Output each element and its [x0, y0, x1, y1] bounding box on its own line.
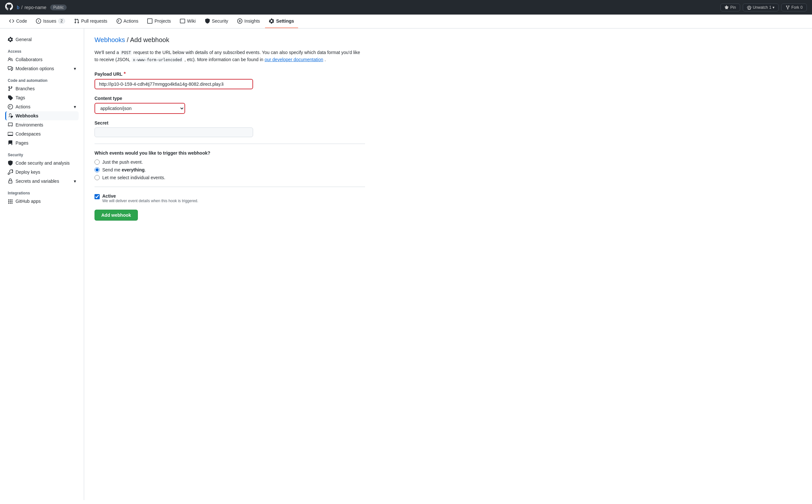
- webhook-icon: [8, 113, 13, 118]
- radio-select-label: Let me select individual events.: [102, 175, 165, 180]
- security-section-label: Security: [5, 148, 79, 159]
- shield-icon: [8, 160, 13, 166]
- tab-actions[interactable]: Actions: [113, 15, 142, 28]
- nav-tabs: Code Issues 2 Pull requests Actions Proj…: [0, 15, 812, 28]
- active-label: Active: [102, 193, 198, 199]
- chevron-down-icon: ▾: [74, 66, 76, 71]
- current-page-breadcrumb: Add webhook: [130, 36, 169, 43]
- tag-icon: [8, 95, 13, 100]
- actions-icon: [8, 104, 13, 109]
- active-checkbox-group: Active We will deliver event details whe…: [94, 193, 365, 203]
- webhooks-label: Webhooks: [16, 113, 38, 118]
- active-description: We will deliver event details when this …: [102, 199, 198, 203]
- add-webhook-button[interactable]: Add webhook: [94, 210, 138, 221]
- chevron-down-icon: ▾: [74, 179, 76, 184]
- sidebar: General Access Collaborators Moderation …: [0, 28, 84, 500]
- sidebar-item-actions[interactable]: Actions ▾: [5, 102, 79, 111]
- sidebar-item-branches[interactable]: Branches: [5, 84, 79, 93]
- access-section-label: Access: [5, 44, 79, 55]
- sidebar-item-deploy-keys[interactable]: Deploy keys: [5, 168, 79, 177]
- collaborators-label: Collaborators: [16, 57, 42, 62]
- webhooks-breadcrumb-link[interactable]: Webhooks: [94, 36, 125, 43]
- events-title: Which events would you like to trigger t…: [94, 150, 365, 156]
- sidebar-item-pages[interactable]: Pages: [5, 138, 79, 148]
- sidebar-item-codespaces[interactable]: Codespaces: [5, 129, 79, 138]
- person-icon: [8, 57, 13, 62]
- tab-insights[interactable]: Insights: [233, 15, 264, 28]
- actions-label: Actions: [16, 104, 30, 109]
- payload-url-label: Payload URL *: [94, 71, 365, 77]
- public-badge: Public: [50, 5, 67, 10]
- sidebar-general-label: General: [16, 37, 32, 42]
- sidebar-item-moderation[interactable]: Moderation options ▾: [5, 64, 79, 73]
- sidebar-item-tags[interactable]: Tags: [5, 93, 79, 102]
- radio-everything-label: Send me everything.: [102, 167, 146, 172]
- sidebar-item-environments[interactable]: Environments: [5, 120, 79, 129]
- fork-button[interactable]: Fork 0: [781, 4, 807, 11]
- payload-url-group: Payload URL *: [94, 71, 365, 89]
- sidebar-item-webhooks[interactable]: Webhooks: [5, 111, 79, 120]
- content-type-label: Content type: [94, 96, 365, 101]
- developer-docs-link[interactable]: our developer documentation: [264, 57, 323, 62]
- events-radio-group: Just the push event. Send me everything.…: [94, 159, 365, 180]
- tab-security[interactable]: Security: [201, 15, 232, 28]
- tab-issues[interactable]: Issues 2: [32, 15, 69, 28]
- active-checkbox-item: Active We will deliver event details whe…: [94, 193, 365, 203]
- pages-label: Pages: [16, 140, 28, 146]
- main-content: Webhooks / Add webhook We'll send a POST…: [84, 28, 375, 500]
- environments-icon: [8, 122, 13, 127]
- tab-wiki[interactable]: Wiki: [176, 15, 199, 28]
- code-security-label: Code security and analysis: [16, 160, 70, 166]
- secret-group: Secret: [94, 120, 365, 137]
- radio-push-event[interactable]: Just the push event.: [94, 159, 365, 165]
- lock-icon: [8, 179, 13, 184]
- key-icon: [8, 170, 13, 175]
- secret-input[interactable]: [94, 127, 253, 137]
- repo-path: b / repo-name: [17, 5, 46, 10]
- active-checkbox[interactable]: [94, 194, 100, 199]
- codespaces-icon: [8, 131, 13, 137]
- required-indicator: *: [124, 71, 126, 77]
- events-group: Which events would you like to trigger t…: [94, 150, 365, 180]
- content-type-select[interactable]: application/json application/x-www-form-…: [94, 103, 185, 114]
- environments-label: Environments: [16, 122, 43, 127]
- active-group: Active We will deliver event details whe…: [94, 193, 365, 203]
- tags-label: Tags: [16, 95, 25, 100]
- issues-badge: 2: [58, 18, 65, 24]
- org-link[interactable]: b: [17, 5, 19, 10]
- github-logo-icon: [5, 3, 13, 12]
- github-apps-label: GitHub apps: [16, 199, 41, 204]
- secrets-label: Secrets and variables: [16, 179, 59, 184]
- sidebar-item-collaborators[interactable]: Collaborators: [5, 55, 79, 64]
- repo-link[interactable]: repo-name: [25, 5, 47, 10]
- codespaces-label: Codespaces: [16, 131, 41, 137]
- moderation-label: Moderation options: [16, 66, 54, 71]
- tab-settings[interactable]: Settings: [265, 15, 298, 28]
- breadcrumb: Webhooks / Add webhook: [94, 36, 365, 44]
- radio-select-individual[interactable]: Let me select individual events.: [94, 175, 365, 180]
- sidebar-item-secrets[interactable]: Secrets and variables ▾: [5, 177, 79, 186]
- chevron-down-icon: ▾: [74, 104, 76, 109]
- tab-code[interactable]: Code: [5, 15, 31, 28]
- secret-label: Secret: [94, 120, 365, 126]
- tab-pull-requests[interactable]: Pull requests: [70, 15, 111, 28]
- add-webhook-button-container: Add webhook: [94, 210, 365, 221]
- branch-icon: [8, 86, 13, 91]
- integrations-section-label: Integrations: [5, 186, 79, 197]
- sidebar-item-general[interactable]: General: [5, 35, 79, 44]
- radio-everything[interactable]: Send me everything.: [94, 167, 365, 172]
- tab-projects[interactable]: Projects: [143, 15, 175, 28]
- topbar-actions: Pin Unwatch 1 ▾ Fork 0: [720, 4, 807, 11]
- code-automation-section-label: Code and automation: [5, 73, 79, 84]
- radio-push-label: Just the push event.: [102, 159, 143, 165]
- pages-icon: [8, 140, 13, 146]
- deploy-keys-label: Deploy keys: [16, 170, 40, 175]
- branches-label: Branches: [16, 86, 35, 91]
- sidebar-item-code-security[interactable]: Code security and analysis: [5, 159, 79, 168]
- pin-button[interactable]: Pin: [720, 4, 740, 11]
- unwatch-button[interactable]: Unwatch 1 ▾: [743, 4, 779, 11]
- page-layout: General Access Collaborators Moderation …: [0, 28, 812, 500]
- sidebar-item-github-apps[interactable]: GitHub apps: [5, 197, 79, 206]
- webhook-description: We'll send a POST request to the URL bel…: [94, 49, 365, 63]
- payload-url-input[interactable]: [94, 79, 253, 89]
